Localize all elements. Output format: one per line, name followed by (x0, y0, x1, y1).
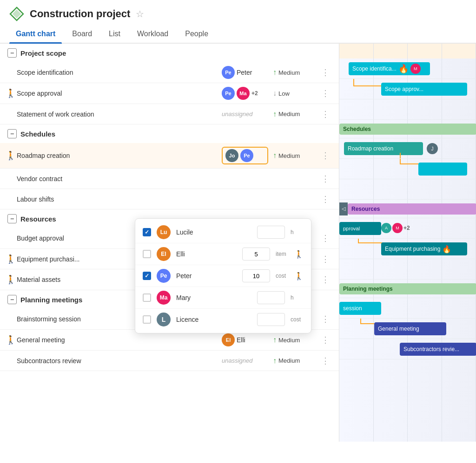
elli-checkbox[interactable] (143, 250, 151, 258)
assignee-area[interactable]: unassigned (222, 357, 268, 364)
more-options-button[interactable]: ⋮ (319, 150, 331, 162)
task-name: Scope identification (17, 69, 217, 76)
unit-label: cost (291, 316, 304, 323)
assignee-area[interactable]: Pe Ma +2 (222, 87, 268, 100)
right-panel: Scope identifica... 🔥 M Scope approv... (339, 44, 476, 442)
mary-checkbox[interactable] (143, 293, 151, 302)
avatar: Lu (157, 225, 171, 239)
unit-label: h (291, 229, 304, 235)
avatar: A (381, 223, 391, 233)
section-label-planning: Planning meetings (20, 296, 82, 304)
gantt-bar[interactable]: Equipment purchasing 🔥 (381, 242, 467, 255)
dropdown-person-row: Lu Lucile h (135, 222, 311, 243)
hours-input[interactable] (242, 248, 270, 261)
dropdown-person-row: Pe Peter cost 🚶 (135, 265, 311, 287)
table-row: Labour shifts ⋮ (0, 189, 339, 209)
priority-area: ↑ Medium (273, 110, 315, 118)
more-options-button[interactable]: ⋮ (319, 334, 331, 346)
tab-list[interactable]: List (102, 25, 127, 43)
unassigned-label: unassigned (222, 357, 253, 364)
person-name: Elli (176, 250, 237, 258)
hours-input[interactable] (257, 313, 285, 326)
task-name: General meeting (17, 336, 217, 344)
priority-area: ↑ Medium (273, 357, 315, 365)
person-indicator-icon: 🚶 (294, 272, 304, 280)
task-name: Vendor contract (17, 175, 208, 183)
gantt-bar[interactable]: Scope identifica... 🔥 M (349, 62, 430, 75)
gantt-bar[interactable]: session (339, 302, 381, 315)
priority-label: Medium (278, 111, 300, 117)
peter-checkbox[interactable] (143, 272, 151, 280)
task-name: Labour shifts (17, 196, 208, 203)
hours-input[interactable] (257, 291, 285, 304)
more-options-button[interactable]: ⋮ (319, 355, 331, 367)
assignee-area-selected[interactable]: Jo Pe (222, 147, 268, 164)
avatar: Ma (157, 291, 171, 305)
unassigned-label: unassigned (222, 111, 253, 117)
unit-label: item (276, 251, 289, 257)
gantt-bar[interactable]: Scope approv... (381, 83, 467, 96)
gantt-bar[interactable]: General meeting (374, 322, 446, 335)
priority-up-icon: ↑ (273, 357, 277, 365)
hours-input[interactable] (242, 269, 270, 282)
priority-up-icon: ↑ (273, 151, 277, 160)
more-options-button[interactable]: ⋮ (319, 173, 331, 185)
person-name: Mary (176, 294, 251, 301)
priority-down-icon: ↓ (273, 89, 277, 98)
section-header-project-scope: − Project scope (0, 44, 339, 62)
gantt-bar[interactable]: Roadmap creation (344, 142, 423, 155)
priority-area: ↑ Medium (273, 336, 315, 344)
person-icon: 🚶 (6, 274, 16, 285)
more-options-button[interactable]: ⋮ (319, 274, 331, 286)
favorite-icon[interactable]: ☆ (136, 8, 144, 20)
avatar: Pe (222, 66, 235, 79)
extra-count: +2 (251, 90, 258, 97)
section-toggle-project-scope[interactable]: − (7, 48, 17, 58)
priority-area: ↓ Low (273, 89, 315, 98)
assignee-area[interactable]: unassigned (222, 111, 268, 117)
tab-gantt-chart[interactable]: Gantt chart (9, 25, 62, 43)
dropdown-person-row: El Elli item 🚶 (135, 243, 311, 265)
section-label-resources: Resources (20, 215, 56, 223)
lucile-checkbox[interactable] (143, 228, 151, 236)
person-indicator-icon: 🚶 (294, 250, 304, 259)
more-options-button[interactable]: ⋮ (319, 108, 331, 120)
section-toggle-planning[interactable]: − (7, 295, 17, 304)
table-row: Subcontractors review unassigned ↑ Mediu… (0, 351, 339, 371)
licence-avatar: L (157, 313, 171, 326)
svg-marker-1 (13, 10, 20, 18)
app-header: Construction project ☆ (0, 0, 476, 25)
gantt-bar[interactable]: pproval (339, 222, 381, 235)
more-options-button[interactable]: ⋮ (319, 66, 331, 78)
priority-up-icon: ↑ (273, 110, 277, 118)
more-options-button[interactable]: ⋮ (319, 87, 331, 99)
dropdown-person-row: Ma Mary h (135, 287, 311, 309)
assignee-area[interactable]: El Elli (222, 333, 268, 346)
assignee-area[interactable]: Pe Peter (222, 66, 268, 79)
task-name: Statement of work creation (17, 111, 217, 118)
gantt-bar[interactable]: Subcontractors revie... (400, 343, 476, 356)
tab-people[interactable]: People (178, 25, 215, 43)
section-label-schedules: Schedules (20, 130, 55, 138)
assignee-dropdown: Lu Lucile h El Elli item 🚶 Pe Peter cost… (135, 218, 311, 333)
tab-workload[interactable]: Workload (131, 25, 175, 43)
table-row: Statement of work creation unassigned ↑ … (0, 104, 339, 124)
assignee-name: Peter (237, 69, 252, 76)
person-icon: 🚶 (6, 150, 16, 161)
tab-board[interactable]: Board (66, 25, 99, 43)
more-options-button[interactable]: ⋮ (319, 253, 331, 265)
gantt-bar[interactable] (418, 163, 467, 176)
hours-input[interactable] (257, 226, 285, 239)
more-options-button[interactable]: ⋮ (319, 313, 331, 325)
section-toggle-resources[interactable]: − (7, 214, 17, 223)
more-options-button[interactable]: ⋮ (319, 193, 331, 205)
nav-arrow-button[interactable]: ◁ (339, 202, 348, 215)
avatar: Pe (157, 269, 171, 283)
person-name: Peter (176, 272, 237, 280)
avatar: El (157, 247, 171, 261)
licence-checkbox[interactable] (143, 315, 151, 324)
table-row: 🚶 Roadmap creation Jo Pe ↑ Medium ⋮ (0, 143, 339, 169)
task-name: Scope approval (17, 90, 217, 97)
more-options-button[interactable]: ⋮ (319, 232, 331, 244)
section-toggle-schedules[interactable]: − (7, 129, 17, 138)
